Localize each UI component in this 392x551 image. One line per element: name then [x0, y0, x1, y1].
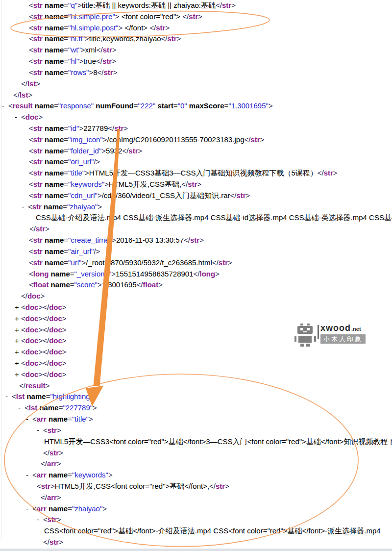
xml-token-x: 8 — [93, 68, 97, 76]
expand-toggle-icon[interactable]: + — [15, 358, 21, 369]
xml-token-br: > — [138, 147, 143, 155]
xml-token-t: doc — [49, 314, 62, 323]
xml-token-br: </ — [318, 169, 324, 177]
xml-token-v: "zhaiyao" — [67, 202, 98, 211]
xml-token-br: > — [81, 46, 85, 54]
xml-line: <str name="air_url"/> — [0, 246, 392, 257]
xml-token-t: doc — [25, 113, 39, 121]
expand-toggle-icon[interactable]: + — [15, 325, 21, 336]
xml-token-br: > — [38, 348, 43, 356]
xml-token-eq: = — [64, 1, 68, 9]
xml-token-t: result — [13, 101, 33, 110]
xml-token-eq: = — [173, 101, 178, 110]
xml-token-v: "rows" — [68, 68, 89, 76]
xml-line: <str name="cdn_url">/cdn/360/video/1_CSS… — [0, 190, 392, 201]
xml-line: <str>HTML5开发,CSS<font color="red">基础</fo… — [0, 481, 392, 492]
collapse-toggle-icon[interactable]: - — [26, 503, 32, 515]
bottom-edge-bar — [0, 549, 392, 551]
xml-token-eq: = — [63, 202, 67, 211]
xml-token-br: </ — [43, 538, 49, 546]
xml-line: -<lst name="227789"> — [0, 402, 392, 414]
xml-token-eq: = — [64, 169, 68, 177]
xml-token-eq: = — [64, 68, 68, 76]
watermark-tld: .net — [351, 326, 361, 332]
xml-token-a: start — [155, 101, 173, 110]
xml-token-a: name — [47, 415, 68, 423]
xml-line: </arr> — [0, 492, 392, 503]
xml-token-br: > — [62, 370, 67, 378]
xml-line: +<doc></doc> — [0, 369, 392, 380]
xml-token-a: name — [43, 1, 64, 9]
collapse-toggle-icon[interactable]: - — [15, 112, 21, 123]
xml-token-t: doc — [25, 314, 39, 323]
xml-token-a: numFound — [94, 101, 134, 110]
expand-toggle-icon[interactable]: + — [15, 302, 21, 313]
collapse-toggle-icon[interactable]: - — [26, 470, 32, 481]
xml-token-br: > — [38, 303, 43, 311]
xml-line: <str name="q">title:基础 || keywords:基础 ||… — [0, 0, 392, 11]
collapse-toggle-icon[interactable]: - — [2, 100, 8, 112]
xml-token-br: </ — [96, 57, 102, 65]
xml-token-br: > — [85, 169, 89, 177]
xml-line: </str> — [0, 537, 392, 548]
xml-token-br: > — [333, 169, 338, 177]
expand-toggle-icon[interactable]: + — [15, 313, 21, 325]
xml-line: -<arr name="keywords"> — [0, 470, 392, 481]
xml-token-br: > — [102, 504, 107, 513]
xml-token-t: arr — [37, 504, 47, 513]
xml-token-a: name — [33, 101, 54, 110]
xml-token-t: float — [143, 280, 159, 289]
collapse-toggle-icon[interactable]: - — [37, 514, 43, 526]
xml-token-br: < — [43, 426, 48, 434]
xml-token-br: > — [112, 236, 116, 244]
xml-token-x: /conImg/C20160920113555-70023183.jpg — [107, 135, 245, 144]
xml-token-br: < — [29, 280, 33, 289]
collapse-toggle-icon[interactable]: - — [5, 391, 12, 402]
collapse-toggle-icon[interactable]: - — [37, 425, 43, 436]
expand-toggle-icon[interactable]: + — [15, 335, 21, 347]
xml-token-br: </ — [41, 459, 47, 468]
xml-token-br: </ — [43, 303, 49, 311]
xml-token-t: str — [219, 258, 228, 267]
xml-token-t: doc — [25, 336, 39, 345]
xml-token-br: > — [59, 538, 63, 546]
xml-token-br: > — [101, 147, 106, 155]
xml-token-br: < — [29, 68, 33, 76]
xml-token-br: > — [98, 202, 102, 211]
xml-line: </str> — [0, 224, 392, 235]
xml-token-t: float — [33, 280, 49, 289]
xml-token-br: </ — [181, 180, 188, 188]
xml-token-t: arr — [47, 493, 57, 501]
collapse-toggle-icon[interactable]: - — [18, 402, 24, 414]
xml-token-x: HTML5开发—CSS3基础3—CSS入门基础知识视频教程下载（5课程） — [89, 169, 318, 177]
xml-token-eq: = — [134, 101, 138, 110]
xml-token-br: > — [41, 292, 45, 300]
xml-token-br: < — [21, 113, 25, 121]
xml-token-a: name — [42, 202, 63, 211]
xml-token-br: < — [29, 1, 33, 9]
expand-toggle-icon[interactable]: + — [15, 369, 21, 380]
xml-token-x: 5932 — [106, 147, 122, 155]
xml-token-br: < — [29, 124, 33, 132]
xml-token-br: < — [29, 247, 33, 255]
xml-token-br: < — [21, 359, 25, 367]
xml-token-eq: = — [68, 471, 72, 479]
collapse-toggle-icon[interactable]: - — [22, 201, 28, 213]
xml-token-t: str — [102, 57, 112, 65]
xml-token-t: str — [33, 124, 43, 132]
xml-line: +<doc></doc> — [0, 302, 392, 313]
xml-line: -<str name="zhaiyao"> — [0, 201, 392, 213]
xml-token-v: "folder_id" — [68, 147, 101, 155]
xml-token-br: </ — [137, 280, 143, 289]
xml-token-t: lst — [27, 79, 36, 88]
xml-token-x: </font> — [122, 24, 149, 32]
xml-token-br: < — [29, 157, 33, 166]
collapse-toggle-icon[interactable]: - — [26, 414, 32, 425]
xml-token-a: name — [37, 403, 58, 412]
xml-token-br: > — [45, 225, 49, 233]
xml-token-br: </ — [209, 482, 216, 490]
expand-toggle-icon[interactable]: + — [15, 347, 21, 358]
xml-token-br: </ — [97, 46, 103, 54]
xml-token-t: str — [33, 191, 43, 200]
xml-token-br: </ — [194, 270, 200, 278]
